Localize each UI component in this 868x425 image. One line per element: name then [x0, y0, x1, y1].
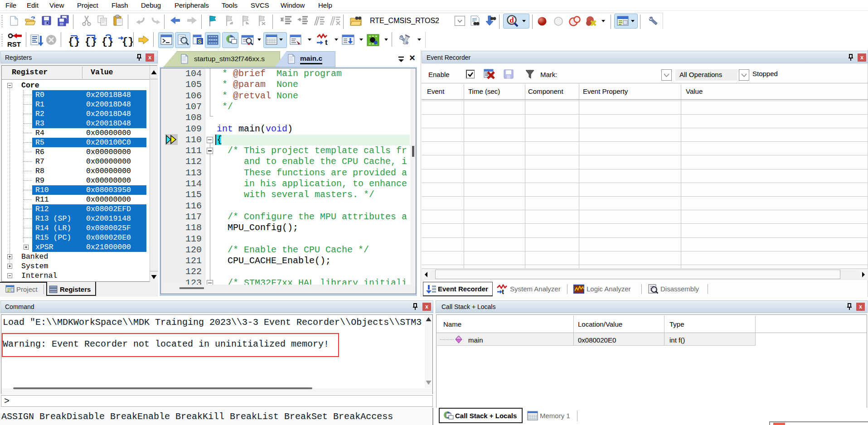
svg-text:{}: {} [68, 36, 80, 47]
svg-text:t: t [502, 288, 504, 295]
svg-text:d: d [509, 16, 514, 24]
svg-text:t: t [325, 38, 328, 47]
svg-text:{}: {} [102, 36, 113, 47]
svg-text:{}: {} [122, 36, 133, 47]
svg-text:S: S [198, 38, 202, 45]
svg-text:RST: RST [7, 40, 21, 48]
